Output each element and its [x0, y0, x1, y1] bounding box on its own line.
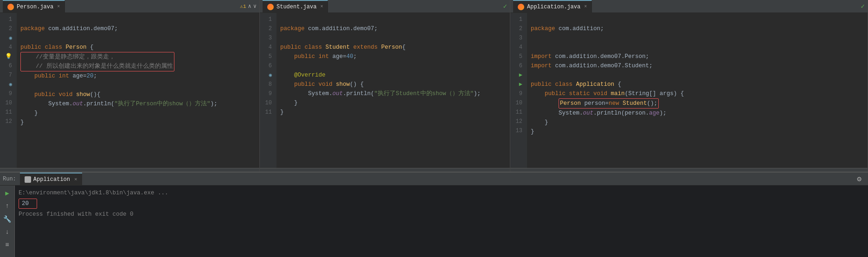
person-tab-close[interactable]: × [57, 4, 60, 9]
run-up-button[interactable]: ↑ [3, 201, 12, 211]
output-cmd-line: E:\environment\java\jdk1.8\bin\java.exe … [19, 188, 864, 198]
ln-1: 1 [0, 15, 15, 24]
application-line-numbers: 1 2 3 4 5 6 ▶ ▶ 9 10 11 12 13 [510, 13, 527, 168]
ln-4: 4 [0, 43, 15, 52]
ok-checkmark-icon: ✓ [503, 2, 507, 10]
ln-s10: 10 [260, 98, 275, 108]
ln-5: 💡 [0, 52, 15, 61]
java-icon [7, 4, 14, 10]
person-tab-label: Person.java [17, 4, 53, 10]
application-scrollbar[interactable] [510, 168, 868, 172]
ln-s9: 9 [260, 89, 275, 98]
ln-a13: 13 [510, 126, 525, 135]
run-tab-icon [25, 176, 31, 183]
ln-a2: 2 [510, 24, 525, 33]
tab-application[interactable]: Application.java × [513, 0, 592, 13]
person-line-numbers: 1 2 ◉ 4 💡 6 7 ◉ 9 10 11 12 [0, 13, 17, 168]
student-tab-bar: Student.java × ✓ [260, 0, 510, 13]
ln-a12: 12 [510, 117, 525, 126]
person-scrollbar[interactable] [0, 168, 259, 172]
application-panel: Application.java × ✓ 1 2 3 4 5 6 ▶ ▶ [510, 0, 868, 172]
ln-a1: 1 [510, 15, 525, 24]
student-java-icon [267, 4, 274, 10]
output-result-line: 20 [19, 198, 864, 210]
run-tab-label: Application [33, 176, 70, 183]
person-code-content[interactable]: package com.addition.demo07; public clas… [17, 13, 259, 168]
output-result-value: 20 [19, 199, 37, 209]
run-play-button[interactable]: ▶ [3, 188, 12, 198]
ln-s1: 1 [260, 15, 275, 24]
tab-student[interactable]: Student.java × [263, 0, 328, 13]
student-panel: Student.java × ✓ 1 2 3 4 5 6 ◉ 8 9 [260, 0, 510, 172]
ln-a10: 10 [510, 98, 525, 108]
application-code-content[interactable]: package com.addition; import com.additio… [527, 13, 868, 168]
output-exit-text: Process finished with exit code 0 [19, 210, 134, 219]
student-scrollbar[interactable] [260, 168, 510, 172]
settings-gear-icon[interactable]: ⚙ [857, 174, 862, 184]
person-tab-bar: Person.java × ⚠1 ∧ ∨ [0, 0, 259, 13]
person-panel-icons: ⚠1 ∧ ∨ [240, 3, 257, 10]
student-tab-label: Student.java [276, 4, 316, 10]
app-ok-icon: ✓ [861, 2, 865, 10]
ln-10: 10 [0, 98, 15, 108]
ln-6: 6 [0, 61, 15, 71]
application-java-icon [518, 4, 524, 10]
bottom-panel: Run: Application × ⚙ ▶ ↑ 🔧 ↓ ≡ E:\enviro… [0, 172, 868, 257]
ln-a9: 9 [510, 89, 525, 98]
run-list-icon[interactable]: ≡ [3, 240, 12, 250]
run-tab-application[interactable]: Application × [20, 173, 82, 186]
application-tab-label: Application.java [527, 4, 580, 10]
student-panel-icons: ✓ [503, 2, 507, 10]
chevron-up-icon[interactable]: ∧ [248, 3, 251, 10]
ln-8: ◉ [0, 80, 15, 89]
person-panel: Person.java × ⚠1 ∧ ∨ 1 2 ◉ 4 💡 6 7 [0, 0, 260, 172]
ln-7: 7 [0, 71, 15, 80]
editor-area: Person.java × ⚠1 ∧ ∨ 1 2 ◉ 4 💡 6 7 [0, 0, 868, 172]
run-down-button[interactable]: ↓ [3, 227, 12, 237]
student-line-numbers: 1 2 3 4 5 6 ◉ 8 9 10 11 [260, 13, 276, 168]
ln-a3: 3 [510, 33, 525, 43]
run-tab-bar: Run: Application × ⚙ [0, 173, 868, 186]
ln-a6: 6 [510, 61, 525, 71]
ln-a5: 5 [510, 52, 525, 61]
run-label: Run: [3, 176, 16, 182]
run-content: ▶ ↑ 🔧 ↓ ≡ E:\environment\java\jdk1.8\bin… [0, 186, 868, 257]
ln-s5: 5 [260, 52, 275, 61]
run-sidebar: ▶ ↑ 🔧 ↓ ≡ [0, 186, 15, 257]
student-code-body: 1 2 3 4 5 6 ◉ 8 9 10 11 package com.addi… [260, 13, 510, 168]
ln-11: 11 [0, 108, 15, 117]
ln-s2: 2 [260, 24, 275, 33]
ln-2: 2 [0, 24, 15, 33]
ln-s8: 8 [260, 80, 275, 89]
ln-s4: 4 [260, 43, 275, 52]
ln-s7: ◉ [260, 71, 275, 80]
run-output: E:\environment\java\jdk1.8\bin\java.exe … [15, 186, 868, 257]
chevron-down-icon[interactable]: ∨ [253, 3, 257, 10]
ln-a11: 11 [510, 108, 525, 117]
tab-person[interactable]: Person.java × [3, 0, 65, 13]
run-wrench-icon[interactable]: 🔧 [3, 214, 12, 224]
output-cmd-text: E:\environment\java\jdk1.8\bin\java.exe … [19, 188, 168, 198]
student-code-content[interactable]: package com.addition.demo07; public clas… [276, 13, 510, 168]
warning-icon: ⚠1 [240, 3, 246, 9]
ln-9: 9 [0, 89, 15, 98]
ln-a4: 4 [510, 43, 525, 52]
ln-s3: 3 [260, 33, 275, 43]
run-tab-close[interactable]: × [74, 177, 77, 182]
application-tab-bar: Application.java × ✓ [510, 0, 868, 13]
application-tab-close[interactable]: × [584, 4, 587, 9]
student-tab-close[interactable]: × [320, 4, 323, 9]
ln-s11: 11 [260, 108, 275, 117]
ln-a7: ▶ [510, 71, 525, 80]
application-code-body: 1 2 3 4 5 6 ▶ ▶ 9 10 11 12 13 package co… [510, 13, 868, 168]
application-panel-icons: ✓ [861, 2, 865, 10]
ln-a8: ▶ [510, 80, 525, 89]
ln-s6: 6 [260, 61, 275, 71]
person-code-body: 1 2 ◉ 4 💡 6 7 ◉ 9 10 11 12 package com.a… [0, 13, 259, 168]
ln-12: 12 [0, 117, 15, 126]
output-exit-line: Process finished with exit code 0 [19, 210, 864, 219]
ln-3: ◉ [0, 33, 15, 43]
